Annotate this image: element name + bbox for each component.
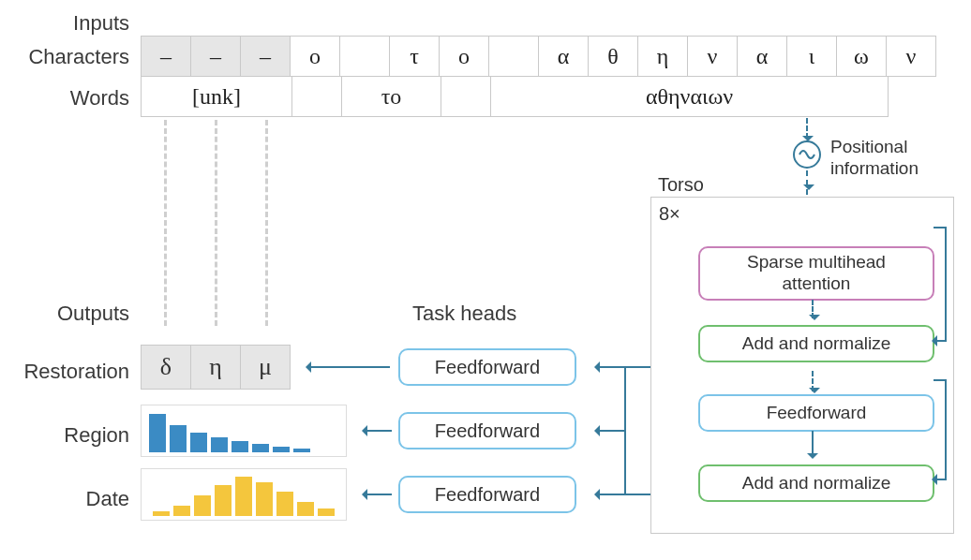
task-heads-label: Task heads bbox=[412, 302, 516, 326]
feedforward-head-date: Feedforward bbox=[398, 476, 576, 513]
bar bbox=[194, 495, 211, 516]
arrow-down bbox=[812, 431, 814, 457]
char-cell: τ bbox=[389, 36, 440, 77]
char-cell: η bbox=[637, 36, 688, 77]
bar bbox=[153, 511, 170, 517]
characters-row: –––οτοαθηναιων bbox=[141, 36, 936, 77]
bar bbox=[252, 444, 269, 452]
bar bbox=[318, 508, 335, 516]
output-connector bbox=[624, 366, 650, 495]
outputs-label: Outputs bbox=[19, 302, 129, 326]
torso-block: 8× Sparse multiheadattention Add and nor… bbox=[650, 197, 954, 534]
torso-label: Torso bbox=[658, 174, 704, 196]
word-cell-unk: [unk] bbox=[141, 76, 292, 117]
restoration-char: μ bbox=[240, 345, 291, 390]
char-cell: – bbox=[240, 36, 291, 77]
word-cell-athens: αθηναιων bbox=[490, 76, 889, 117]
characters-label: Characters bbox=[19, 45, 129, 69]
restoration-char: δ bbox=[141, 345, 191, 390]
char-cell: ι bbox=[786, 36, 837, 77]
dashed-connector bbox=[265, 120, 268, 326]
arrow-down bbox=[812, 371, 814, 391]
positional-info-label: Positionalinformation bbox=[830, 137, 919, 180]
char-cell bbox=[488, 36, 539, 77]
char-cell: ν bbox=[886, 36, 936, 77]
positional-encoding-icon bbox=[793, 140, 821, 169]
char-cell: ν bbox=[687, 36, 738, 77]
restoration-output: δημ bbox=[141, 345, 291, 390]
bar bbox=[293, 449, 310, 452]
feedforward-head-region: Feedforward bbox=[398, 412, 576, 449]
arrow-left bbox=[364, 430, 392, 432]
word-cell-space bbox=[441, 76, 491, 117]
char-cell: ο bbox=[439, 36, 489, 77]
attention-layer: Sparse multiheadattention bbox=[698, 246, 934, 301]
bar bbox=[297, 502, 314, 516]
bar bbox=[235, 477, 252, 516]
restoration-char: η bbox=[190, 345, 241, 390]
bar bbox=[211, 437, 228, 452]
region-chart bbox=[141, 405, 347, 457]
bar bbox=[215, 485, 232, 516]
arrow-left bbox=[307, 366, 390, 368]
bar bbox=[149, 414, 166, 452]
arrow-left bbox=[364, 494, 392, 495]
words-label: Words bbox=[19, 86, 129, 111]
inputs-label: Inputs bbox=[19, 11, 129, 36]
feedforward-layer: Feedforward bbox=[698, 394, 934, 432]
bar bbox=[232, 441, 248, 452]
char-cell: α bbox=[737, 36, 787, 77]
word-cell-to: το bbox=[341, 76, 441, 117]
words-row: [unk] το αθηναιων bbox=[141, 76, 889, 117]
feedforward-head-restoration: Feedforward bbox=[398, 348, 576, 386]
arrow-down bbox=[812, 300, 814, 318]
char-cell: – bbox=[141, 36, 191, 77]
bar bbox=[170, 425, 187, 452]
dashed-connector bbox=[164, 120, 167, 326]
char-cell: θ bbox=[588, 36, 638, 77]
dashed-connector bbox=[215, 120, 217, 326]
bar bbox=[173, 506, 190, 516]
add-normalize-layer: Add and normalize bbox=[698, 464, 934, 502]
repeat-count: 8× bbox=[659, 203, 680, 225]
arrow-left bbox=[596, 494, 624, 495]
date-label: Date bbox=[19, 487, 129, 511]
region-label: Region bbox=[19, 423, 129, 448]
bar bbox=[276, 492, 293, 516]
bar bbox=[190, 433, 207, 453]
char-cell: α bbox=[538, 36, 589, 77]
char-cell: ο bbox=[290, 36, 340, 77]
arrow-left bbox=[596, 366, 624, 368]
add-normalize-layer: Add and normalize bbox=[698, 325, 934, 362]
char-cell bbox=[339, 36, 390, 77]
arrow-left bbox=[596, 430, 624, 432]
restoration-label: Restoration bbox=[6, 360, 129, 384]
char-cell: – bbox=[190, 36, 241, 77]
skip-connection bbox=[934, 379, 947, 480]
skip-connection bbox=[934, 227, 947, 342]
bar bbox=[273, 447, 290, 452]
char-cell: ω bbox=[836, 36, 887, 77]
date-chart bbox=[141, 468, 347, 521]
word-cell-space bbox=[291, 76, 342, 117]
bar bbox=[256, 482, 273, 516]
arrow-down bbox=[806, 170, 808, 195]
